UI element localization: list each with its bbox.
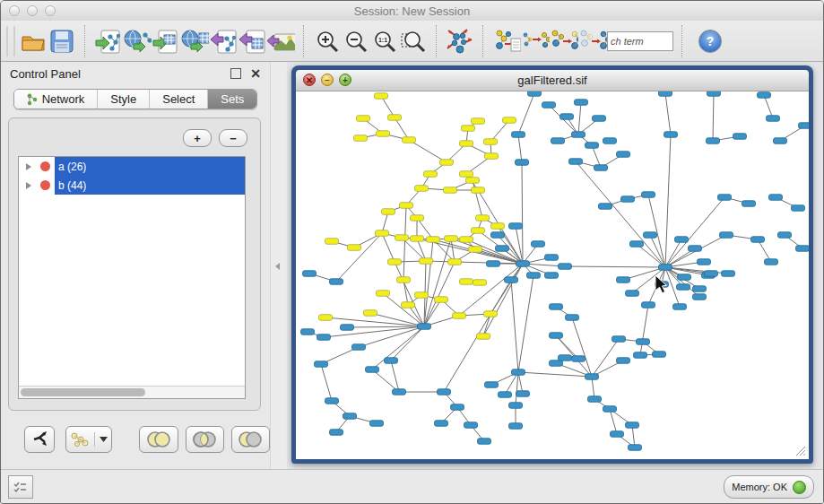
zoom-fit-button[interactable]: 1:1 [370, 26, 399, 56]
network-frame-titlebar[interactable]: ✕ − + galFiltered.sif [296, 70, 809, 91]
graph-node [599, 204, 612, 210]
zoom-out-button[interactable] [342, 26, 370, 56]
graph-node [653, 352, 666, 358]
graph-node [621, 196, 635, 203]
list-item[interactable]: a (26) [19, 157, 245, 176]
toolbar-separator [681, 25, 683, 57]
close-panel-icon[interactable]: ✕ [250, 67, 261, 80]
tab-style[interactable]: Style [98, 90, 150, 109]
graph-node [765, 259, 778, 265]
graph-node [317, 335, 331, 341]
frame-minimize-icon[interactable]: − [321, 74, 334, 86]
expand-arrow-icon[interactable] [26, 182, 31, 189]
graph-node [551, 138, 565, 144]
save-session-button[interactable] [48, 26, 76, 56]
graph-node [799, 123, 810, 129]
new-network-view-button[interactable] [521, 26, 550, 56]
scrollbar-thumb[interactable] [21, 388, 145, 396]
expand-arrow-icon[interactable] [26, 163, 31, 170]
graph-node [559, 264, 572, 270]
zoom-window-icon[interactable] [45, 5, 56, 16]
zoom-in-button[interactable] [313, 26, 342, 56]
chevron-down-icon [100, 437, 108, 442]
node-set-icon [70, 431, 90, 448]
list-item[interactable]: b (44) [19, 176, 245, 195]
import-table-file-button[interactable] [152, 26, 180, 56]
graph-node [516, 160, 529, 166]
close-window-icon[interactable] [9, 5, 20, 16]
graph-node [424, 171, 438, 178]
network-canvas[interactable] [296, 91, 809, 459]
create-set-combo-button[interactable] [65, 426, 113, 453]
graph-node [343, 413, 357, 420]
tab-select[interactable]: Select [150, 90, 208, 109]
memory-status-button[interactable]: Memory: OK [724, 475, 814, 499]
search-input[interactable] [607, 31, 673, 51]
help-button[interactable]: ? [698, 30, 722, 53]
remove-set-button[interactable]: − [219, 129, 247, 147]
apply-layout-button[interactable] [446, 26, 474, 56]
intersection-button[interactable] [186, 426, 224, 453]
graph-node [348, 245, 361, 251]
import-table-web-button[interactable] [180, 26, 209, 56]
collapse-panel-arrow[interactable] [275, 263, 280, 270]
minimize-window-icon[interactable] [27, 5, 38, 16]
graph-node [585, 143, 599, 149]
hide-selected-button[interactable] [578, 26, 607, 56]
frame-close-icon[interactable]: ✕ [303, 74, 316, 86]
mouse-cursor [655, 275, 666, 293]
graph-node [678, 274, 691, 281]
frame-maximize-icon[interactable]: + [339, 74, 351, 86]
graph-node [485, 382, 499, 388]
graph-node [659, 265, 672, 271]
graph-node [664, 132, 678, 138]
first-neighbors-button[interactable] [550, 26, 578, 56]
graph-node [411, 215, 424, 222]
union-button[interactable] [139, 426, 178, 453]
set-label: a (26) [55, 161, 86, 173]
tab-sets[interactable]: Sets [208, 90, 256, 109]
network-graph[interactable] [296, 91, 809, 459]
difference-button[interactable] [231, 426, 270, 453]
export-image-button[interactable] [266, 26, 295, 56]
float-panel-icon[interactable] [230, 68, 241, 79]
graph-node [357, 116, 370, 122]
graph-node [588, 396, 602, 403]
window-title: Session: New Session [1, 4, 823, 18]
open-session-button[interactable] [19, 26, 48, 56]
add-set-button[interactable]: + [183, 129, 212, 147]
set-label: b (44) [55, 179, 86, 192]
graph-node [438, 389, 451, 395]
export-network-button[interactable] [209, 26, 238, 56]
graph-node [330, 430, 343, 436]
graph-node [503, 117, 516, 124]
graph-node [462, 126, 475, 132]
network-tab-icon [27, 93, 38, 106]
graph-node [427, 237, 440, 243]
tab-network[interactable]: Network [14, 90, 99, 109]
graph-node [473, 280, 487, 286]
import-network-web-button[interactable] [123, 26, 152, 56]
graph-node [415, 186, 429, 192]
import-network-file-button[interactable] [94, 26, 123, 56]
split-set-button[interactable] [24, 426, 55, 453]
export-table-button[interactable] [238, 26, 266, 56]
task-history-button[interactable] [8, 475, 33, 499]
resize-grip-icon[interactable] [793, 443, 807, 457]
graph-node [705, 271, 718, 277]
graph-node [532, 241, 545, 248]
graph-node [484, 139, 498, 145]
graph-node [758, 92, 771, 99]
graph-node [767, 116, 780, 122]
graph-node [460, 141, 473, 147]
graph-node [751, 237, 765, 243]
network-from-selection-button[interactable] [492, 26, 521, 56]
graph-node [677, 284, 690, 291]
zoom-selected-button[interactable] [399, 26, 428, 56]
control-panel-header: Control Panel ✕ [1, 62, 270, 85]
network-view-frame[interactable]: ✕ − + galFiltered.sif [291, 65, 813, 464]
horizontal-scrollbar[interactable] [19, 386, 245, 398]
set-operations-row [1, 421, 270, 457]
graph-node [673, 304, 687, 310]
split-pane-divider[interactable] [270, 62, 287, 470]
